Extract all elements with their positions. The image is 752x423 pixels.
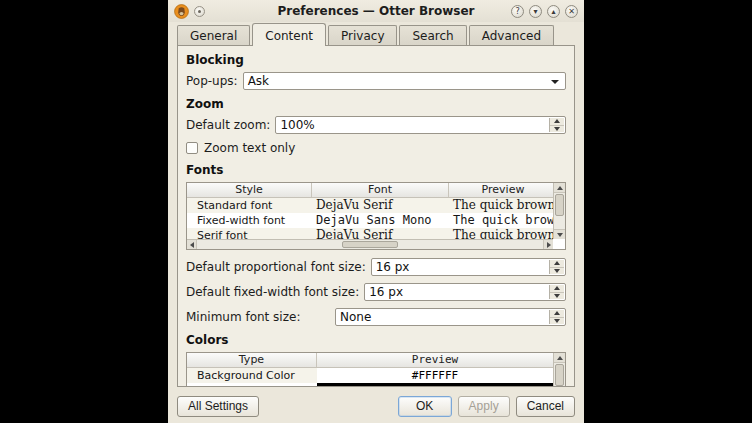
default-zoom-label: Default zoom: bbox=[186, 118, 270, 132]
tab-privacy[interactable]: Privacy bbox=[328, 25, 397, 45]
chevron-down-icon bbox=[551, 80, 559, 84]
popups-label: Pop-ups: bbox=[186, 74, 238, 88]
colors-table-view: Type Preview Background Color #FFFFFF Te… bbox=[187, 353, 553, 387]
vscroll-thumb[interactable] bbox=[555, 364, 564, 386]
popups-value: Ask bbox=[248, 74, 269, 88]
font-preview-cell: The quick brown fo bbox=[449, 198, 553, 213]
popups-select[interactable]: Ask bbox=[243, 72, 566, 90]
unshade-icon[interactable]: ▴ bbox=[547, 5, 560, 18]
color-type-cell: Background Color bbox=[187, 368, 317, 383]
proportional-size-value: 16 px bbox=[376, 260, 410, 274]
tab-search[interactable]: Search bbox=[399, 25, 466, 45]
zoom-text-only-checkbox[interactable] bbox=[186, 142, 198, 154]
close-icon[interactable]: ✕ bbox=[565, 5, 578, 18]
default-zoom-spinner[interactable]: 100% bbox=[275, 116, 566, 134]
ok-button[interactable]: OK bbox=[398, 396, 452, 417]
hscroll-thumb[interactable] bbox=[342, 241, 398, 248]
spin-down-icon[interactable] bbox=[554, 294, 560, 298]
font-preview-cell: The quick brown fo bbox=[449, 228, 553, 239]
table-row[interactable]: Text Color #000000 bbox=[187, 383, 553, 387]
apply-button[interactable]: Apply bbox=[458, 396, 510, 417]
fonts-table-vscrollbar[interactable] bbox=[553, 183, 565, 239]
fixed-width-size-label: Default fixed-width font size: bbox=[186, 285, 359, 299]
tab-bar: General Content Privacy Search Advanced bbox=[168, 22, 584, 45]
fonts-col-style[interactable]: Style bbox=[187, 183, 312, 197]
colors-col-type[interactable]: Type bbox=[187, 353, 317, 367]
spin-down-icon[interactable] bbox=[554, 269, 560, 273]
colors-table[interactable]: Type Preview Background Color #FFFFFF Te… bbox=[186, 352, 566, 387]
scroll-up-icon[interactable] bbox=[557, 356, 563, 360]
proportional-size-spinner[interactable]: 16 px bbox=[371, 258, 566, 276]
blocking-heading: Blocking bbox=[186, 53, 566, 67]
spinner-buttons[interactable] bbox=[549, 285, 564, 299]
cancel-button[interactable]: Cancel bbox=[516, 396, 575, 417]
content-panel: Blocking Pop-ups: Ask Zoom Default zoom:… bbox=[177, 45, 575, 387]
dialog-footer: All Settings OK Apply Cancel bbox=[168, 387, 584, 423]
default-zoom-value: 100% bbox=[280, 118, 314, 132]
fonts-table-view: Style Font Preview Standard font DejaVu … bbox=[187, 183, 553, 239]
scroll-right-icon[interactable] bbox=[547, 242, 551, 248]
titlebar-right: ? ▾ ▴ ✕ bbox=[488, 5, 578, 18]
help-icon[interactable]: ? bbox=[511, 5, 524, 18]
color-type-cell: Text Color bbox=[187, 383, 317, 387]
font-name-cell: DejaVu Sans Mono bbox=[312, 213, 449, 228]
spin-up-icon[interactable] bbox=[554, 286, 560, 290]
colors-col-preview[interactable]: Preview bbox=[317, 353, 553, 367]
spinner-buttons[interactable] bbox=[549, 310, 564, 324]
font-style-cell: Standard font bbox=[187, 198, 312, 213]
tab-advanced[interactable]: Advanced bbox=[469, 25, 554, 45]
font-name-cell: DejaVu Serif bbox=[312, 228, 449, 239]
spinner-buttons[interactable] bbox=[549, 118, 564, 132]
zoom-heading: Zoom bbox=[186, 97, 566, 111]
tab-content[interactable]: Content bbox=[252, 23, 326, 46]
colors-table-header[interactable]: Type Preview bbox=[187, 353, 553, 368]
fonts-table-hscrollbar[interactable] bbox=[187, 239, 553, 249]
table-row[interactable]: Serif font DejaVu Serif The quick brown … bbox=[187, 228, 553, 239]
table-row[interactable]: Standard font DejaVu Serif The quick bro… bbox=[187, 198, 553, 213]
fonts-heading: Fonts bbox=[186, 163, 566, 177]
scroll-left-icon[interactable] bbox=[190, 242, 194, 248]
colors-table-vscrollbar[interactable] bbox=[553, 353, 565, 387]
window-title: Preferences — Otter Browser bbox=[264, 4, 488, 18]
proportional-size-label: Default proportional font size: bbox=[186, 260, 366, 274]
font-style-cell: Fixed-width font bbox=[187, 213, 312, 228]
spin-down-icon[interactable] bbox=[554, 319, 560, 323]
fixed-width-size-value: 16 px bbox=[369, 285, 403, 299]
font-style-cell: Serif font bbox=[187, 228, 312, 239]
tab-general[interactable]: General bbox=[177, 25, 250, 45]
minimum-size-value: None bbox=[340, 310, 371, 324]
spin-up-icon[interactable] bbox=[554, 261, 560, 265]
fonts-table[interactable]: Style Font Preview Standard font DejaVu … bbox=[186, 182, 566, 250]
fonts-table-header[interactable]: Style Font Preview bbox=[187, 183, 553, 198]
spin-down-icon[interactable] bbox=[554, 127, 560, 131]
table-row[interactable]: Background Color #FFFFFF bbox=[187, 368, 553, 383]
scroll-up-icon[interactable] bbox=[557, 186, 563, 190]
minimum-size-spinner[interactable]: None bbox=[335, 308, 566, 326]
zoom-text-only-label: Zoom text only bbox=[204, 141, 295, 155]
titlebar[interactable]: Preferences — Otter Browser ? ▾ ▴ ✕ bbox=[168, 0, 584, 22]
font-name-cell: DejaVu Serif bbox=[312, 198, 449, 213]
fonts-col-font[interactable]: Font bbox=[312, 183, 449, 197]
colors-heading: Colors bbox=[186, 333, 566, 347]
minimum-size-label: Minimum font size: bbox=[186, 310, 330, 324]
spin-up-icon[interactable] bbox=[554, 311, 560, 315]
preferences-dialog: Preferences — Otter Browser ? ▾ ▴ ✕ Gene… bbox=[168, 0, 584, 423]
vscroll-thumb[interactable] bbox=[555, 194, 564, 216]
otter-browser-icon bbox=[174, 4, 189, 19]
color-preview-cell: #FFFFFF bbox=[317, 368, 553, 383]
table-row[interactable]: Fixed-width font DejaVu Sans Mono The qu… bbox=[187, 213, 553, 228]
font-preview-cell: The quick brown bbox=[449, 213, 553, 228]
color-preview-cell: #000000 bbox=[317, 383, 553, 387]
window-menu-button[interactable] bbox=[194, 6, 205, 17]
fixed-width-size-spinner[interactable]: 16 px bbox=[364, 283, 566, 301]
fonts-col-preview[interactable]: Preview bbox=[449, 183, 553, 197]
titlebar-left bbox=[174, 4, 264, 19]
scroll-down-icon[interactable] bbox=[557, 233, 563, 237]
spin-up-icon[interactable] bbox=[554, 119, 560, 123]
shade-icon[interactable]: ▾ bbox=[529, 5, 542, 18]
all-settings-button[interactable]: All Settings bbox=[177, 396, 259, 417]
spinner-buttons[interactable] bbox=[549, 260, 564, 274]
